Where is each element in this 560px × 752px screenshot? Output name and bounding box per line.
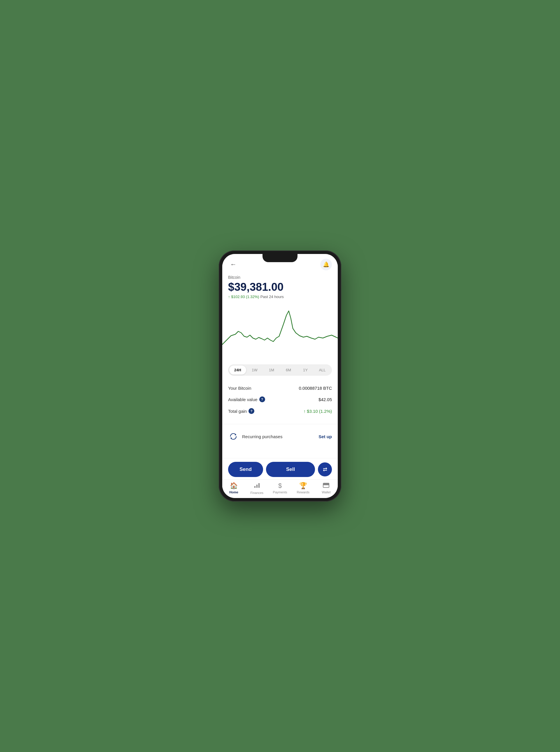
sell-button[interactable]: Sell [266,462,315,477]
total-gain-row: Total gain ? ↑ $3.10 (1.2%) [228,405,332,417]
nav-rewards[interactable]: 🏆 Rewards [292,482,315,495]
nav-payments[interactable]: $ Payments [268,482,292,495]
price-section: Bitcoin $39,381.00 ↑ $102.93 (1.32%) Pas… [222,273,338,304]
action-bar: Send Sell ⇄ [222,458,338,479]
payments-icon: $ [278,482,282,489]
recurring-section: Recurring purchases Set up [222,426,338,446]
time-selector: 24H 1W 1M 6M 1Y ALL [228,364,332,376]
bell-icon: 🔔 [323,261,329,268]
finances-icon [254,482,260,490]
nav-rewards-label: Rewards [297,490,309,494]
crypto-price: $39,381.00 [228,281,332,293]
recurring-label: Recurring purchases [242,434,315,439]
time-btn-1y[interactable]: 1Y [297,366,314,374]
time-btn-1m[interactable]: 1M [263,366,280,374]
change-period: Past 24 hours [260,294,284,299]
your-bitcoin-value: 0.00088718 BTC [299,386,332,391]
time-btn-1w[interactable]: 1W [246,366,263,374]
swap-icon: ⇄ [323,466,327,473]
nav-finances[interactable]: Finances [245,482,268,495]
nav-wallet[interactable]: Wallet [315,482,338,495]
available-value-label: Available value ? [228,397,265,402]
svg-rect-2 [258,483,260,488]
price-change: ↑ $102.93 (1.32%) Past 24 hours [228,294,332,299]
stats-section: Your Bitcoin 0.00088718 BTC Available va… [222,380,338,422]
nav-wallet-label: Wallet [322,490,331,494]
svg-rect-1 [256,485,258,488]
bottom-nav: 🏠 Home Finances $ Payments [222,479,338,498]
available-value-info-icon[interactable]: ? [259,397,265,402]
price-change-amount: $102.93 (1.32%) [231,294,259,299]
recurring-icon [228,431,239,442]
nav-home-label: Home [229,490,238,494]
your-bitcoin-row: Your Bitcoin 0.00088718 BTC [228,383,332,393]
nav-home[interactable]: 🏠 Home [222,482,245,495]
svg-rect-5 [323,483,329,484]
nav-finances-label: Finances [250,491,263,495]
back-arrow-icon: ← [230,261,237,268]
phone-screen: ← 🔔 Bitcoin $39,381.00 ↑ $102.93 (1.32%)… [222,254,338,498]
up-arrow-icon: ↑ [228,294,230,299]
total-gain-value: ↑ $3.10 (1.2%) [304,409,332,414]
rewards-icon: 🏆 [299,482,307,489]
total-gain-info-icon[interactable]: ? [248,408,254,414]
swap-button[interactable]: ⇄ [318,462,332,477]
available-value-row: Available value ? $42.05 [228,393,332,405]
price-chart [222,304,338,362]
app-content: ← 🔔 Bitcoin $39,381.00 ↑ $102.93 (1.32%)… [222,254,338,498]
phone-frame: ← 🔔 Bitcoin $39,381.00 ↑ $102.93 (1.32%)… [219,250,341,502]
svg-rect-0 [254,486,256,488]
your-bitcoin-label: Your Bitcoin [228,386,252,391]
home-icon: 🏠 [230,482,238,489]
notch [262,254,298,262]
send-button[interactable]: Send [228,462,263,477]
total-gain-label: Total gain ? [228,408,254,414]
section-divider [222,424,338,424]
available-value: $42.05 [319,397,332,402]
gain-up-arrow: ↑ [304,409,306,414]
notification-button[interactable]: 🔔 [320,259,332,270]
setup-link[interactable]: Set up [319,434,332,439]
time-btn-6m[interactable]: 6M [280,366,297,374]
time-btn-all[interactable]: ALL [314,366,331,374]
back-button[interactable]: ← [228,259,239,270]
wallet-icon [323,482,329,489]
nav-payments-label: Payments [273,490,287,494]
time-btn-24h[interactable]: 24H [229,366,246,374]
crypto-name: Bitcoin [228,275,332,279]
